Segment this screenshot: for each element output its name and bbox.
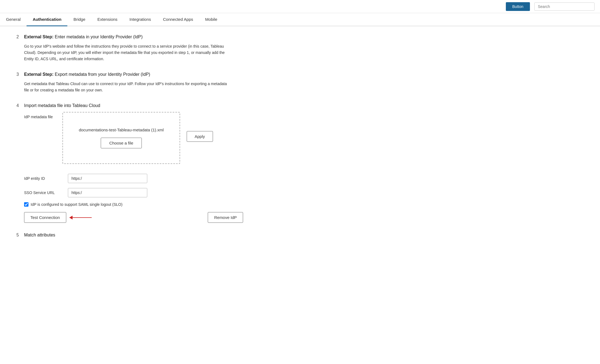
top-bar: Button: [0, 0, 600, 13]
step-2-number: 2: [16, 34, 21, 39]
idp-entity-id-label: IdP entity ID: [24, 176, 68, 181]
file-upload-dropzone[interactable]: documentations-test-Tableau-metadata (1)…: [62, 112, 180, 164]
sso-service-url-row: SSO Service URL: [24, 188, 285, 197]
tab-extensions[interactable]: Extensions: [91, 13, 123, 26]
step-2-title: External Step: Enter metadata in your Id…: [24, 34, 143, 39]
file-name-display: documentations-test-Tableau-metadata (1)…: [79, 128, 164, 132]
tab-authentication[interactable]: Authentication: [27, 13, 67, 26]
sso-service-url-label: SSO Service URL: [24, 190, 68, 195]
tab-mobile[interactable]: Mobile: [199, 13, 223, 26]
step-4-title: Import metadata file into Tableau Cloud: [24, 103, 100, 108]
idp-metadata-row: IdP metadata file documentations-test-Ta…: [24, 112, 285, 164]
slo-checkbox[interactable]: [24, 202, 28, 207]
step-3-section: 3 External Step: Export metadata from yo…: [16, 72, 285, 93]
test-connection-button[interactable]: Test Connection: [24, 212, 66, 223]
tab-integrations[interactable]: Integrations: [123, 13, 157, 26]
step-4-number: 4: [16, 103, 21, 108]
remove-idp-button[interactable]: Remove IdP: [208, 212, 243, 223]
step-4-section: 4 Import metadata file into Tableau Clou…: [16, 103, 285, 164]
slo-row: IdP is configured to support SAML single…: [24, 202, 285, 207]
tab-bridge[interactable]: Bridge: [67, 13, 91, 26]
slo-label: IdP is configured to support SAML single…: [31, 202, 122, 207]
idp-metadata-label: IdP metadata file: [24, 115, 62, 119]
step-2-header: 2 External Step: Enter metadata in your …: [16, 34, 285, 39]
arrow-head: [69, 216, 73, 219]
sso-service-url-input[interactable]: [68, 188, 147, 197]
nav-tabs: General Authentication Bridge Extensions…: [0, 13, 600, 26]
step-5-section: 5 Match attributes: [16, 233, 285, 238]
step-2-description: Go to your IdP's website and follow the …: [24, 43, 229, 62]
step-3-number: 3: [16, 72, 21, 77]
top-bar-search[interactable]: [534, 2, 595, 11]
action-buttons-row: Test Connection Remove IdP: [24, 212, 243, 223]
step-4-header: 4 Import metadata file into Tableau Clou…: [16, 103, 285, 108]
step-3-title: External Step: Export metadata from your…: [24, 72, 150, 77]
step-5-title: Match attributes: [24, 233, 55, 238]
tab-connected-apps[interactable]: Connected Apps: [157, 13, 199, 26]
tab-general[interactable]: General: [0, 13, 27, 26]
step-5-number: 5: [16, 233, 21, 238]
arrow-line: [73, 217, 92, 218]
step-2-section: 2 External Step: Enter metadata in your …: [16, 32, 285, 62]
choose-file-button[interactable]: Choose a file: [101, 138, 142, 148]
top-bar-button[interactable]: Button: [506, 2, 530, 11]
step-5-header: 5 Match attributes: [16, 233, 285, 238]
apply-button[interactable]: Apply: [187, 131, 213, 142]
idp-entity-id-row: IdP entity ID: [24, 174, 285, 183]
idp-entity-id-input[interactable]: [68, 174, 147, 183]
step-3-header: 3 External Step: Export metadata from yo…: [16, 72, 285, 77]
arrow-annotation: [70, 216, 92, 219]
main-content: 2 External Step: Enter metadata in your …: [0, 26, 301, 258]
step-3-description: Get metadata that Tableau Cloud can use …: [24, 81, 229, 93]
